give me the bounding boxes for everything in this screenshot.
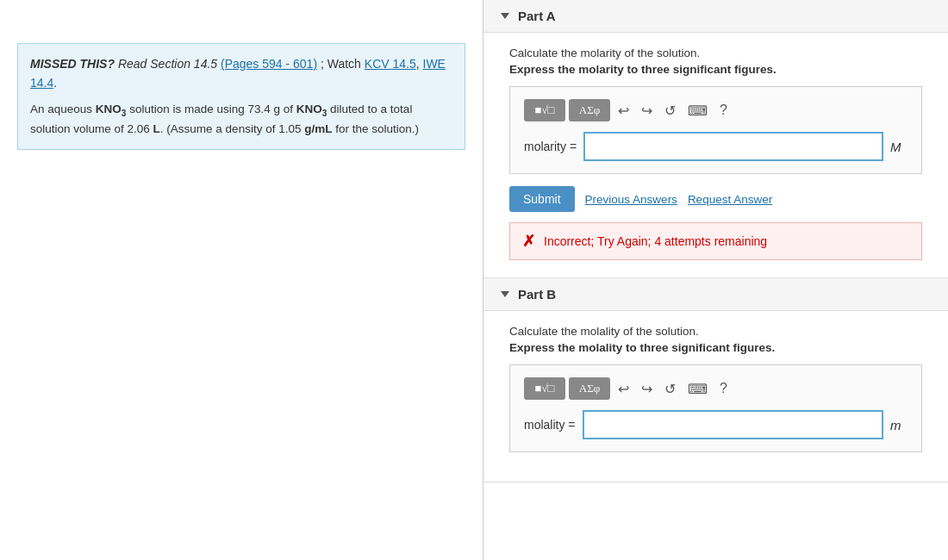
- error-message: Incorrect; Try Again; 4 attempts remaini…: [544, 234, 767, 248]
- part-b-molality-label: molality =: [524, 418, 576, 432]
- formula-1: KNO3: [96, 103, 127, 115]
- part-b-answer-input[interactable]: [583, 410, 883, 439]
- greek-symbol-btn-a[interactable]: ΑΣφ: [569, 99, 610, 121]
- part-b-chevron-icon: [501, 291, 509, 297]
- part-a-submit-button[interactable]: Submit: [509, 186, 575, 212]
- part-b-section: Part B Calculate the molality of the sol…: [483, 278, 948, 482]
- pages-link[interactable]: (Pages 594 - 601): [221, 57, 317, 71]
- part-a-answer-input[interactable]: [583, 132, 883, 161]
- unit-L: L: [153, 122, 160, 135]
- right-panel: Part A Calculate the molarity of the sol…: [483, 0, 948, 560]
- part-a-action-row: Submit Previous Answers Request Answer: [509, 186, 922, 212]
- refresh-btn-b[interactable]: ↺: [660, 378, 680, 400]
- part-a-instruction-bold: Express the molarity to three significan…: [509, 63, 922, 76]
- kcv-link[interactable]: KCV 14.5: [365, 57, 416, 71]
- missed-title: MISSED THIS?: [30, 57, 115, 71]
- missed-title-line: MISSED THIS? Read Section 14.5 (Pages 59…: [30, 54, 452, 93]
- part-a-input-row: molarity = M: [524, 132, 907, 161]
- part-a-header[interactable]: Part A: [483, 0, 948, 33]
- part-a-instruction: Calculate the molarity of the solution.: [509, 47, 922, 59]
- refresh-btn-a[interactable]: ↺: [660, 100, 680, 121]
- missed-box: MISSED THIS? Read Section 14.5 (Pages 59…: [17, 43, 465, 150]
- part-a-unit: M: [890, 140, 907, 154]
- undo-btn-a[interactable]: ↩: [614, 100, 633, 121]
- part-a-error-box: ✗ Incorrect; Try Again; 4 attempts remai…: [509, 222, 922, 260]
- help-btn-b[interactable]: ?: [715, 378, 732, 399]
- part-b-header[interactable]: Part B: [483, 278, 948, 311]
- left-panel: MISSED THIS? Read Section 14.5 (Pages 59…: [0, 0, 483, 560]
- part-a-content: Calculate the molarity of the solution. …: [483, 33, 948, 277]
- part-b-label: Part B: [518, 287, 556, 302]
- help-btn-a[interactable]: ?: [715, 100, 732, 121]
- part-a-label: Part A: [518, 9, 556, 23]
- request-answer-button[interactable]: Request Answer: [688, 193, 772, 206]
- part-b-toolbar: ■√□ ΑΣφ ↩ ↪ ↺ ⌨ ?: [524, 377, 907, 400]
- undo-btn-b[interactable]: ↩: [614, 378, 633, 400]
- part-a-answer-box: ■√□ ΑΣφ ↩ ↪ ↺ ⌨ ? molarity = M: [509, 86, 922, 174]
- part-a-section: Part A Calculate the molarity of the sol…: [483, 0, 948, 278]
- part-b-input-row: molality = m: [524, 410, 907, 439]
- problem-statement: An aqueous KNO3 solution is made using 7…: [30, 100, 452, 139]
- part-b-unit: m: [890, 418, 907, 432]
- part-b-content: Calculate the molality of the solution. …: [483, 311, 948, 482]
- matrix-symbol-btn-b[interactable]: ■√□: [524, 377, 565, 400]
- previous-answers-button[interactable]: Previous Answers: [585, 193, 677, 206]
- greek-symbol-btn-b[interactable]: ΑΣφ: [569, 377, 610, 400]
- redo-btn-a[interactable]: ↪: [637, 100, 657, 121]
- keyboard-btn-a[interactable]: ⌨: [683, 100, 712, 121]
- redo-btn-b[interactable]: ↪: [637, 378, 657, 400]
- part-a-chevron-icon: [501, 13, 509, 19]
- part-a-toolbar: ■√□ ΑΣφ ↩ ↪ ↺ ⌨ ?: [524, 99, 907, 121]
- keyboard-btn-b[interactable]: ⌨: [683, 378, 712, 400]
- formula-2: KNO3: [296, 103, 327, 115]
- part-b-answer-box: ■√□ ΑΣφ ↩ ↪ ↺ ⌨ ? molality = m: [509, 364, 922, 452]
- part-a-molarity-label: molarity =: [524, 140, 577, 153]
- part-b-instruction: Calculate the molality of the solution.: [509, 325, 922, 338]
- unit-gml: g/mL: [304, 122, 332, 135]
- error-x-icon: ✗: [522, 232, 535, 251]
- matrix-symbol-btn-a[interactable]: ■√□: [524, 99, 565, 121]
- part-b-instruction-bold: Express the molality to three significan…: [509, 341, 922, 354]
